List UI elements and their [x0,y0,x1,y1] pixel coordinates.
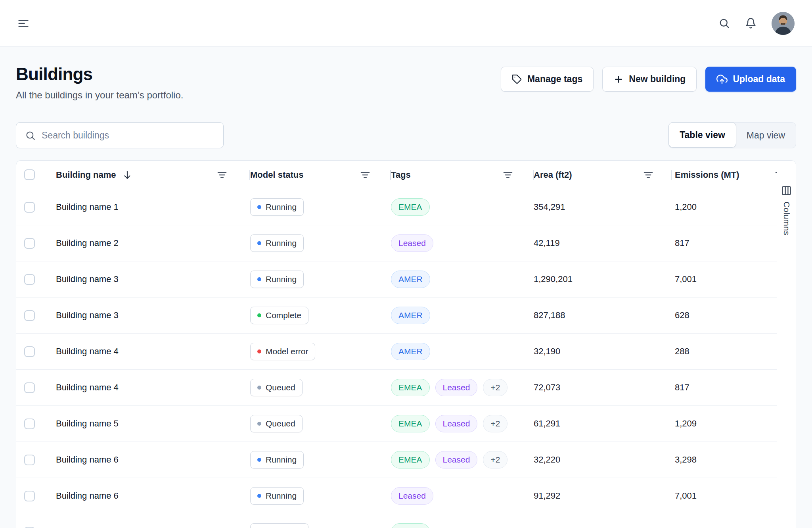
column-header-emissions: Emissions (MT) [675,170,739,180]
area-cell: 354,291 [534,202,672,212]
tags-cell: AMER [391,271,534,288]
area-cell: 61,291 [534,419,672,429]
buildings-table: Building name Model status [16,160,796,528]
topbar [0,0,812,47]
table-body: Building name 1 Running EMEA 354,291 1,2… [16,189,796,528]
menu-icon[interactable] [17,17,29,29]
emissions-cell: 628 [672,310,791,321]
emissions-cell: 1,200 [672,202,791,212]
tag-badge-amer: AMER [391,271,430,288]
table-row[interactable]: Building name 7 Complete EMEA 827,188 9,… [16,514,796,528]
area-cell: 72,073 [534,382,672,393]
search-icon[interactable] [718,17,730,29]
new-building-button[interactable]: New building [602,67,697,92]
status-badge: Running [250,487,304,505]
row-checkbox[interactable] [24,455,35,465]
search-input-icon [25,130,36,141]
tags-cell: AMER [391,307,534,324]
building-name: Building name 4 [56,346,250,357]
emissions-cell: 817 [672,238,791,248]
filter-icon-building-name[interactable] [216,169,228,181]
manage-tags-button[interactable]: Manage tags [501,67,594,92]
map-view-tab[interactable]: Map view [736,123,796,148]
row-checkbox[interactable] [24,419,35,429]
emissions-cell: 817 [672,382,791,393]
tags-cell: Leased [391,487,534,505]
sort-desc-icon[interactable] [122,170,132,180]
plus-icon [613,74,624,84]
status-dot [257,349,261,353]
status-badge: Queued [250,379,303,396]
row-checkbox[interactable] [24,346,35,357]
column-header-model-status: Model status [250,170,303,180]
emissions-cell: 3,298 [672,455,791,465]
select-all-checkbox[interactable] [24,169,35,180]
row-checkbox[interactable] [24,202,35,213]
building-name: Building name 3 [56,274,250,284]
table-row[interactable]: Building name 6 Running EMEALeased+2 32,… [16,442,796,478]
building-name: Building name 6 [56,491,250,501]
status-dot [257,277,261,281]
row-checkbox[interactable] [24,382,35,393]
table-row[interactable]: Building name 3 Complete AMER 827,188 62… [16,298,796,334]
status-label: Running [266,238,297,248]
tag-badge-leased: Leased [435,415,478,432]
area-cell: 42,119 [534,238,672,248]
tag-badge-more: +2 [483,379,508,396]
column-header-building-name: Building name [56,170,116,180]
columns-panel-toggle[interactable]: Columns [777,161,796,528]
row-checkbox[interactable] [24,491,35,501]
table-header-row: Building name Model status [16,161,796,189]
row-checkbox[interactable] [24,310,35,321]
emissions-cell: 288 [672,346,791,357]
table-row[interactable]: Building name 2 Running Leased 42,119 81… [16,225,796,261]
manage-tags-label: Manage tags [527,74,582,84]
tags-cell: EMEA [391,198,534,216]
columns-panel-label: Columns [782,202,791,235]
tag-badge-more: +2 [483,451,508,468]
row-checkbox[interactable] [24,274,35,285]
table-row[interactable]: Building name 3 Running AMER 1,290,201 7… [16,261,796,298]
upload-data-button[interactable]: Upload data [705,67,796,92]
area-cell: 32,190 [534,346,672,357]
toolbar: Table view Map view [0,101,812,148]
column-header-tags: Tags [391,170,411,180]
filter-icon-area[interactable] [642,169,654,181]
building-name: Building name 3 [56,310,250,321]
column-header-area: Area (ft2) [534,170,572,180]
status-dot [257,205,261,209]
page-title: Buildings [16,64,183,84]
table-row[interactable]: Building name 6 Running Leased 91,292 7,… [16,478,796,514]
emissions-cell: 7,001 [672,274,791,284]
emissions-cell: 7,001 [672,491,791,501]
bell-icon[interactable] [745,17,756,29]
area-cell: 827,188 [534,310,672,321]
row-checkbox[interactable] [24,527,35,528]
tag-badge-amer: AMER [391,307,430,324]
building-name: Building name 1 [56,202,250,212]
row-checkbox[interactable] [24,238,35,249]
avatar[interactable] [772,12,795,35]
filter-icon-tags[interactable] [502,169,514,181]
table-row[interactable]: Building name 5 Queued EMEALeased+2 61,2… [16,406,796,442]
filter-icon-model-status[interactable] [359,169,371,181]
status-dot [257,494,261,498]
emissions-cell: 1,209 [672,419,791,429]
building-name: Building name 4 [56,382,250,393]
search-box[interactable] [16,122,224,148]
status-dot [257,386,261,390]
search-input[interactable] [42,130,214,141]
status-badge: Running [250,271,304,288]
status-dot [257,313,261,317]
columns-icon [781,185,792,196]
tags-cell: Leased [391,234,534,252]
table-row[interactable]: Building name 1 Running EMEA 354,291 1,2… [16,189,796,225]
tag-badge-amer: AMER [391,343,430,360]
table-row[interactable]: Building name 4 Model error AMER 32,190 … [16,334,796,370]
status-label: Running [266,202,297,212]
table-row[interactable]: Building name 4 Queued EMEALeased+2 72,0… [16,370,796,406]
table-view-tab[interactable]: Table view [668,122,736,148]
page-header: Buildings All the buildings in your team… [0,47,812,101]
status-dot [257,458,261,462]
area-cell: 91,292 [534,491,672,501]
